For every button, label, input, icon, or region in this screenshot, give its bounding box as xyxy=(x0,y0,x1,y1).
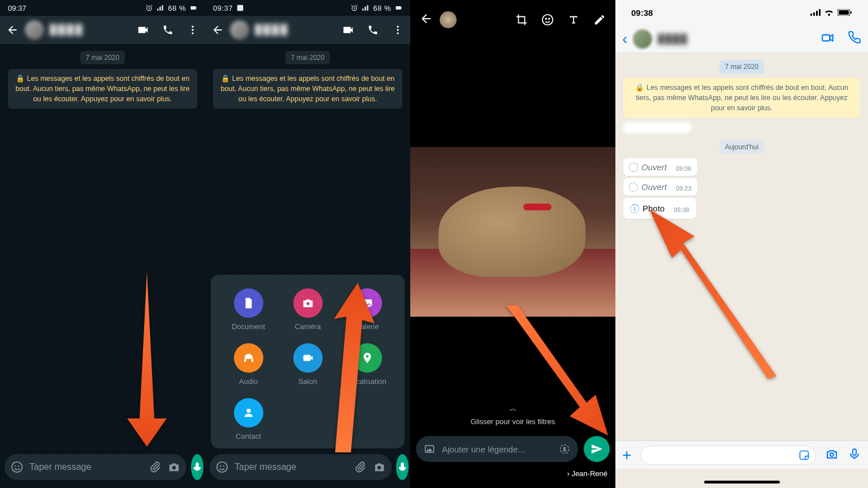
crop-icon xyxy=(515,14,528,26)
attach-room[interactable]: Salon xyxy=(278,343,337,386)
caption-input[interactable] xyxy=(442,444,552,454)
ios-encryption-notice[interactable]: 🔒Les messages et les appels sont chiffré… xyxy=(623,78,860,118)
contact-avatar[interactable] xyxy=(25,20,44,40)
camera-button[interactable] xyxy=(372,460,386,474)
ios-chat-screen: 09:38 ‹ ████ 7 mai 2020 🔒Les messages et… xyxy=(615,0,868,488)
camera-button[interactable] xyxy=(167,460,181,474)
signal-icon xyxy=(362,4,370,12)
message-bubble-opened-2[interactable]: Ouvert09:23 xyxy=(623,178,697,196)
filters-hint[interactable]: ︿ Glisser pour voir les filtres xyxy=(410,404,615,426)
svg-point-14 xyxy=(397,26,398,28)
pencil-icon xyxy=(593,14,606,26)
svg-rect-13 xyxy=(401,7,402,8)
video-icon xyxy=(137,24,149,36)
editor-tools xyxy=(515,13,606,27)
mic-button[interactable] xyxy=(191,454,203,480)
ios-back-button[interactable]: ‹ xyxy=(622,30,627,48)
message-input[interactable] xyxy=(29,462,142,472)
svg-point-23 xyxy=(366,355,368,358)
attach-contact[interactable]: Contact xyxy=(219,398,278,441)
ios-contact-avatar[interactable] xyxy=(633,29,652,49)
svg-point-25 xyxy=(217,462,227,472)
encryption-notice[interactable]: 🔒Les messages et les appels sont chiffré… xyxy=(8,69,197,109)
ios-camera-button[interactable] xyxy=(825,447,839,463)
emoji-button[interactable] xyxy=(215,460,229,474)
paperclip-icon xyxy=(354,461,366,473)
document-icon xyxy=(242,297,255,309)
attach-button[interactable] xyxy=(353,460,367,474)
ios-attach-button[interactable]: + xyxy=(622,446,631,464)
svg-rect-41 xyxy=(850,11,852,14)
ios-contact-name[interactable]: ████ xyxy=(658,34,815,44)
contact-avatar[interactable] xyxy=(230,20,249,40)
message-input-pill xyxy=(210,454,392,480)
svg-rect-21 xyxy=(251,359,253,362)
text-button[interactable] xyxy=(567,13,580,27)
svg-point-27 xyxy=(223,465,224,467)
image-editor-screen: ︿ Glisser pour voir les filtres 1 › Jean… xyxy=(410,0,615,488)
more-button[interactable] xyxy=(186,23,199,37)
svg-point-29 xyxy=(542,15,553,25)
signal-icon xyxy=(157,4,164,12)
ios-video-call-button[interactable] xyxy=(821,31,835,47)
send-button[interactable] xyxy=(584,436,610,462)
video-icon xyxy=(342,24,354,36)
more-button[interactable] xyxy=(391,23,405,37)
attach-gallery[interactable]: Galerie xyxy=(337,288,397,331)
attach-location[interactable]: Localisation xyxy=(337,343,397,386)
contact-name[interactable]: ████ xyxy=(50,24,131,36)
signal-icon xyxy=(810,9,821,16)
back-button[interactable] xyxy=(6,23,19,37)
sticker-icon[interactable] xyxy=(798,450,810,461)
svg-point-4 xyxy=(192,29,193,31)
battery-label: 68 % xyxy=(168,4,186,12)
selected-photo[interactable] xyxy=(410,147,615,317)
ios-header-actions xyxy=(821,31,861,47)
video-call-button[interactable] xyxy=(136,23,150,37)
lock-icon: 🔒 xyxy=(16,75,25,83)
svg-rect-42 xyxy=(822,34,830,41)
ios-status-bar: 09:38 xyxy=(615,0,868,25)
attach-document[interactable]: Document xyxy=(219,288,278,331)
emoji-button[interactable] xyxy=(10,460,24,474)
view-once-icon[interactable]: 1 xyxy=(559,443,570,455)
svg-point-30 xyxy=(545,18,546,19)
text-icon xyxy=(567,14,580,26)
ios-voice-call-button[interactable] xyxy=(848,31,861,47)
draw-button[interactable] xyxy=(593,13,606,27)
ios-mic-button[interactable] xyxy=(848,447,861,463)
message-bubble-opened-1[interactable]: Ouvert09:06 xyxy=(623,158,697,176)
svg-rect-20 xyxy=(244,359,246,362)
voice-call-button[interactable] xyxy=(161,23,175,37)
svg-point-16 xyxy=(397,32,398,34)
contact-name[interactable]: ████ xyxy=(255,24,336,36)
video-call-button[interactable] xyxy=(341,23,355,37)
mic-button[interactable] xyxy=(396,454,409,480)
encryption-notice[interactable]: 🔒Les messages et les appels sont chiffré… xyxy=(213,69,402,109)
attach-camera[interactable]: Caméra xyxy=(278,288,337,331)
camera-icon xyxy=(373,461,385,473)
back-button[interactable] xyxy=(211,23,224,37)
sticker-button[interactable] xyxy=(541,13,554,27)
ios-message-input[interactable] xyxy=(640,446,816,465)
editor-close-button[interactable] xyxy=(419,12,433,28)
ios-input-bar: + xyxy=(615,441,868,469)
date-chip: 7 mai 2020 xyxy=(80,51,125,64)
attach-audio[interactable]: Audio xyxy=(219,343,278,386)
crop-button[interactable] xyxy=(515,13,528,27)
attach-button[interactable] xyxy=(148,460,162,474)
mic-icon xyxy=(396,461,409,473)
date-chip: 7 mai 2020 xyxy=(285,51,330,64)
svg-rect-37 xyxy=(816,11,818,16)
ios-status-time: 09:38 xyxy=(631,8,653,18)
status-right: 68 % xyxy=(145,4,197,12)
room-icon xyxy=(302,352,314,364)
recipient-chip[interactable]: › Jean-René xyxy=(567,469,607,478)
message-input[interactable] xyxy=(235,462,348,472)
editor-thumbnail[interactable] xyxy=(440,11,457,28)
message-bubble-photo[interactable]: Photo09:38 xyxy=(623,198,696,219)
svg-rect-35 xyxy=(810,14,812,16)
caption-pill: 1 xyxy=(416,436,578,462)
add-photo-icon[interactable] xyxy=(424,443,435,455)
voice-call-button[interactable] xyxy=(366,23,380,37)
